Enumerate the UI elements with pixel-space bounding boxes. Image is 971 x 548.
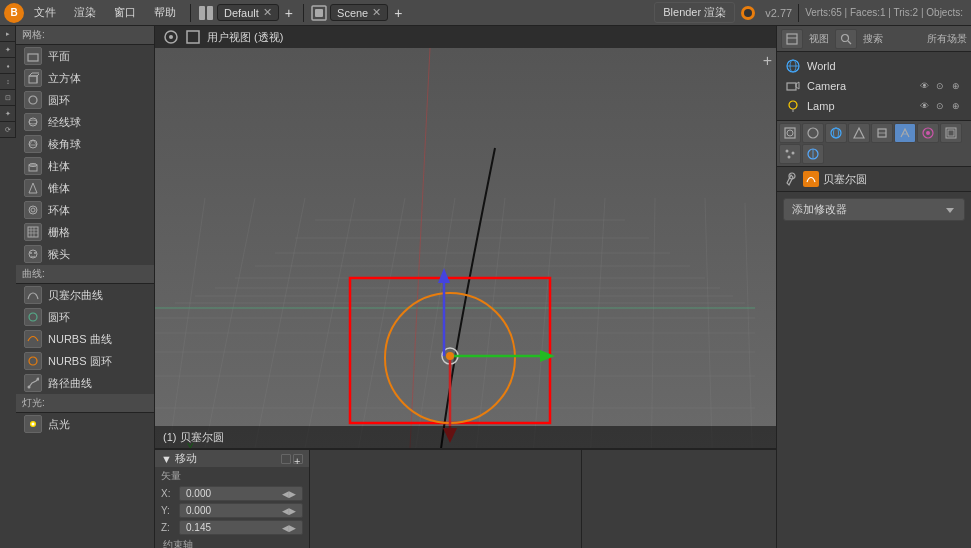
plane-icon: [24, 47, 42, 65]
content-area: ▸ ✦ ⬧ ↕ ⊡ ✦ ⟳ 网格: 平面 立方体: [0, 26, 971, 548]
blender-logo[interactable]: B: [4, 3, 24, 23]
workspace-plus[interactable]: ✕: [263, 6, 272, 19]
side-tool-5[interactable]: ⊡: [0, 90, 16, 106]
camera-vis-1[interactable]: 👁: [917, 79, 931, 93]
svg-point-18: [29, 206, 37, 214]
prop-render-btn[interactable]: [779, 123, 801, 143]
add-workspace-btn[interactable]: +: [281, 5, 297, 21]
tool-plane[interactable]: 平面: [16, 45, 154, 67]
side-tool-1[interactable]: ▸: [0, 26, 16, 42]
scene-label: Scene: [337, 7, 368, 19]
side-tool-strip: ▸ ✦ ⬧ ↕ ⊡ ✦ ⟳: [0, 26, 16, 138]
lamp-vis-1[interactable]: 👁: [917, 99, 931, 113]
tool-cone[interactable]: 锥体: [16, 177, 154, 199]
uvsphere-label: 经线球: [48, 115, 81, 130]
tool-nurbs-curve[interactable]: NURBS 曲线: [16, 328, 154, 350]
svg-rect-107: [948, 130, 954, 136]
tool-grid[interactable]: 栅格: [16, 221, 154, 243]
menu-render[interactable]: 渲染: [66, 3, 104, 22]
search-btn[interactable]: [835, 29, 857, 49]
z-label: Z:: [161, 522, 175, 533]
render-engine-select[interactable]: Blender 渲染: [654, 2, 735, 23]
scene-item-lamp[interactable]: Lamp 👁 ⊙ ⊕: [781, 96, 967, 116]
side-tool-6[interactable]: ✦: [0, 106, 16, 122]
svg-point-110: [788, 156, 791, 159]
side-tool-2[interactable]: ✦: [0, 42, 16, 58]
tool-path[interactable]: 路径曲线: [16, 372, 154, 394]
lamp-vis-2[interactable]: ⊙: [933, 99, 947, 113]
prop-textures-btn[interactable]: [940, 123, 962, 143]
bezier-icon: [24, 286, 42, 304]
scene-item-camera[interactable]: Camera 👁 ⊙ ⊕: [781, 76, 967, 96]
viewport-mode-icon: [163, 29, 179, 45]
outliner-toolbar: 视图 搜索 所有场景: [777, 26, 971, 52]
right-sidebar: 视图 搜索 所有场景 World: [776, 26, 971, 548]
side-tool-3[interactable]: ⬧: [0, 58, 16, 74]
tool-cylinder[interactable]: 柱体: [16, 155, 154, 177]
workspace-default-tab[interactable]: Default ✕: [217, 4, 279, 21]
prop-scene-btn[interactable]: [802, 123, 824, 143]
prop-particles-btn[interactable]: [779, 144, 801, 164]
prop-physics-btn[interactable]: [802, 144, 824, 164]
lamp-icon: [785, 98, 801, 114]
svg-rect-84: [787, 34, 797, 44]
tool-uvsphere[interactable]: 经线球: [16, 111, 154, 133]
prop-materials-btn[interactable]: [917, 123, 939, 143]
tool-nurbs-circle[interactable]: NURBS 圆环: [16, 350, 154, 372]
tool-bezier[interactable]: 贝塞尔曲线: [16, 284, 154, 306]
prop-modifiers-btn[interactable]: [894, 123, 916, 143]
camera-vis-2[interactable]: ⊙: [933, 79, 947, 93]
icosphere-icon: [24, 135, 42, 153]
svg-point-10: [29, 96, 37, 104]
tool-torus[interactable]: 环体: [16, 199, 154, 221]
y-input[interactable]: 0.000 ◀▶: [179, 503, 303, 518]
viewport-area[interactable]: 用户视图 (透视): [155, 26, 776, 448]
lamp-vis-3[interactable]: ⊕: [949, 99, 963, 113]
add-modifier-button[interactable]: 添加修改器: [783, 198, 965, 221]
wrench-icon: [783, 171, 799, 187]
svg-marker-8: [29, 73, 39, 76]
svg-marker-114: [946, 208, 954, 213]
x-input[interactable]: 0.000 ◀▶: [179, 486, 303, 501]
side-tool-4[interactable]: ↕: [0, 74, 16, 90]
add-scene-btn[interactable]: +: [390, 5, 406, 21]
viewport-plus-btn[interactable]: +: [763, 52, 772, 70]
all-scenes-label: 所有场景: [927, 32, 967, 46]
scene-plus[interactable]: ✕: [372, 6, 381, 19]
tool-circle[interactable]: 圆环: [16, 89, 154, 111]
tool-monkey[interactable]: 猴头: [16, 243, 154, 265]
prop-constraints-btn[interactable]: [871, 123, 893, 143]
version-label: v2.77: [761, 7, 796, 19]
tool-bezier-circle[interactable]: 圆环: [16, 306, 154, 328]
menu-help[interactable]: 帮助: [146, 3, 184, 22]
scene-tab[interactable]: Scene ✕: [330, 4, 388, 21]
monkey-label: 猴头: [48, 247, 70, 262]
camera-vis-3[interactable]: ⊕: [949, 79, 963, 93]
view-btn[interactable]: [781, 29, 803, 49]
svg-point-105: [926, 131, 930, 135]
menu-file[interactable]: 文件: [26, 3, 64, 22]
tool-icosphere[interactable]: 棱角球: [16, 133, 154, 155]
bottom-viewport-area: [310, 449, 581, 548]
tool-cube[interactable]: 立方体: [16, 67, 154, 89]
move-section-header[interactable]: ▼ 移动 +: [155, 450, 309, 467]
scene-item-world[interactable]: World: [781, 56, 967, 76]
left-sidebar: ▸ ✦ ⬧ ↕ ⊡ ✦ ⟳ 网格: 平面 立方体: [0, 26, 155, 548]
grid-icon: [24, 223, 42, 241]
svg-rect-20: [28, 227, 38, 237]
prop-world-btn[interactable]: [825, 123, 847, 143]
svg-point-109: [792, 152, 795, 155]
z-input[interactable]: 0.145 ◀▶: [179, 520, 303, 535]
torus-label: 环体: [48, 203, 70, 218]
move-minimize[interactable]: [281, 454, 291, 464]
tool-point-lamp[interactable]: 点光: [16, 413, 154, 435]
svg-point-29: [29, 357, 37, 365]
screen-layout-icon: [197, 4, 215, 22]
move-expand[interactable]: +: [293, 454, 303, 464]
y-value: 0.000: [186, 505, 211, 516]
cylinder-label: 柱体: [48, 159, 70, 174]
prop-object-btn[interactable]: [848, 123, 870, 143]
scene-layout-icon: [310, 4, 328, 22]
side-tool-7[interactable]: ⟳: [0, 122, 16, 138]
menu-window[interactable]: 窗口: [106, 3, 144, 22]
